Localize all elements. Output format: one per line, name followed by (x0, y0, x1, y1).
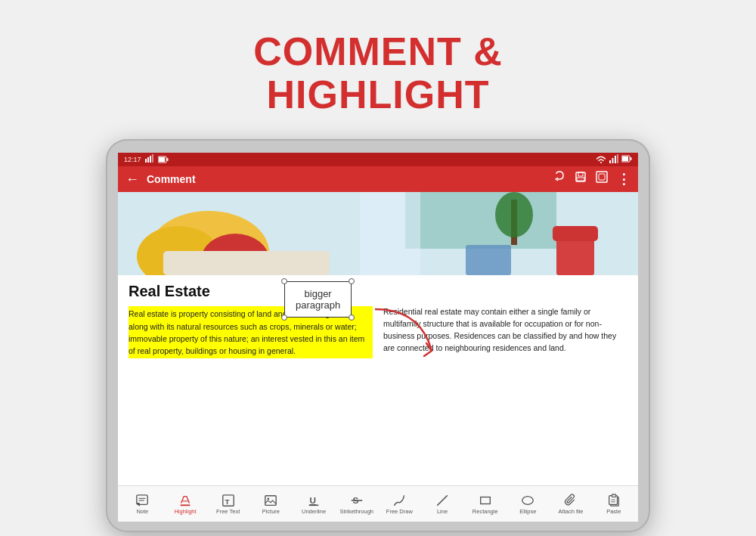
status-left: 12:17 (124, 154, 169, 165)
status-bar: 12:17 (118, 153, 638, 166)
svg-rect-5 (159, 157, 165, 162)
svg-rect-30 (466, 245, 511, 275)
more-icon[interactable]: ⋮ (617, 171, 631, 187)
toolbar-icons: ⋮ (553, 171, 631, 187)
svg-rect-49 (612, 494, 615, 497)
save-icon[interactable] (575, 171, 587, 187)
signal2-icon (609, 154, 619, 165)
tool-paste[interactable]: Paste (592, 492, 635, 516)
tool-underline[interactable]: U Underline (293, 492, 336, 516)
undo-icon[interactable] (553, 171, 565, 187)
highlight-icon (178, 494, 192, 507)
svg-point-46 (522, 496, 533, 504)
annotation-box: bigger paragraph (284, 281, 352, 318)
paste-icon (607, 494, 621, 507)
svg-rect-18 (599, 174, 605, 180)
tool-free-draw[interactable]: Free Draw (378, 492, 421, 516)
svg-rect-14 (576, 172, 585, 181)
highlight-label: Highlight (174, 508, 196, 515)
note-label: Note (136, 508, 148, 515)
save-svg (575, 171, 587, 183)
svg-text:U: U (310, 494, 316, 504)
status-time: 12:17 (124, 156, 141, 163)
document-area: bigger paragraph Real Estate Real estate… (118, 192, 638, 522)
header-image (118, 192, 638, 275)
svg-rect-8 (612, 158, 614, 163)
rectangle-icon (479, 494, 492, 507)
attach-icon (564, 494, 578, 507)
svg-rect-17 (596, 172, 607, 182)
ellipse-label: Ellipse (519, 508, 536, 515)
svg-point-27 (495, 192, 533, 237)
app-toolbar: ← Comment ⋮ (118, 166, 638, 192)
svg-rect-6 (166, 158, 168, 161)
svg-rect-12 (622, 156, 628, 161)
tool-attach[interactable]: Attach file (550, 492, 593, 516)
undo-svg (553, 171, 565, 183)
svg-rect-29 (553, 226, 598, 241)
svg-rect-7 (609, 160, 611, 163)
strikethrough-label: Strikethrough (339, 508, 373, 515)
annotation-text-line2: paragraph (296, 299, 340, 311)
free-draw-icon (392, 494, 406, 507)
annotation-text-line1: bigger (296, 288, 340, 299)
tool-free-text[interactable]: T Free Text (206, 492, 249, 516)
line-icon (435, 494, 449, 507)
bottom-toolbar: Note Highlight T (118, 485, 638, 522)
tool-line[interactable]: Line (421, 492, 464, 516)
status-right (596, 154, 632, 165)
tool-strikethrough[interactable]: S Strikethrough (335, 492, 378, 516)
svg-line-44 (438, 496, 448, 506)
free-text-label: Free Text (216, 508, 240, 515)
corner-tl (281, 278, 287, 284)
svg-rect-45 (480, 497, 490, 503)
annotation-arrow (360, 302, 451, 362)
underline-label: Underline (302, 508, 326, 515)
picture-icon (264, 494, 277, 507)
svg-rect-25 (405, 192, 556, 249)
svg-point-39 (268, 497, 270, 500)
ellipse-icon (521, 494, 534, 507)
note-icon (135, 494, 149, 507)
battery2-icon (621, 154, 632, 165)
signal-icon (144, 154, 155, 165)
svg-rect-9 (615, 156, 616, 163)
tablet-device: 12:17 ← Comment (106, 139, 650, 532)
paste-label: Paste (606, 508, 621, 515)
svg-rect-31 (360, 192, 420, 275)
wifi-icon (596, 154, 606, 165)
tool-highlight[interactable]: Highlight (164, 492, 207, 516)
svg-rect-3 (152, 154, 153, 163)
battery-icon (158, 154, 169, 165)
toolbar-title: Comment (147, 173, 553, 185)
tool-picture[interactable]: Picture (249, 492, 293, 516)
document-heading: Real Estate (129, 283, 627, 300)
share-icon[interactable] (596, 171, 608, 187)
underline-icon: U (307, 494, 321, 507)
svg-rect-23 (163, 251, 330, 275)
free-text-icon: T (222, 494, 235, 507)
svg-text:T: T (225, 497, 229, 505)
room-image-svg (118, 192, 638, 275)
rectangle-label: Rectangle (472, 508, 498, 515)
svg-rect-16 (577, 178, 584, 181)
tool-note[interactable]: Note (121, 492, 164, 516)
picture-label: Picture (262, 508, 280, 515)
page-title: COMMENT & HIGHLIGHT (253, 30, 503, 116)
share-svg (596, 171, 608, 183)
svg-rect-13 (631, 157, 632, 160)
back-button[interactable]: ← (125, 172, 139, 187)
svg-rect-0 (145, 159, 147, 163)
tool-ellipse[interactable]: Ellipse (507, 492, 550, 516)
svg-rect-2 (150, 156, 151, 163)
svg-text:S: S (352, 494, 358, 504)
strikethrough-icon: S (350, 494, 364, 507)
svg-rect-1 (147, 157, 149, 163)
content-area: bigger paragraph Real Estate Real estate… (118, 275, 638, 485)
attach-label: Attach file (559, 508, 584, 515)
tablet-screen: 12:17 ← Comment (106, 139, 650, 532)
svg-rect-10 (617, 154, 618, 163)
svg-rect-38 (265, 496, 276, 506)
free-draw-label: Free Draw (386, 508, 413, 515)
tool-rectangle[interactable]: Rectangle (463, 492, 507, 516)
